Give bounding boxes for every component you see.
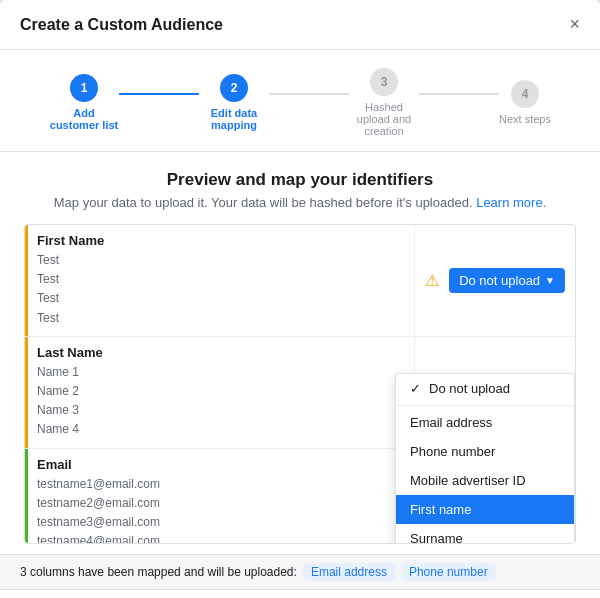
- data-cell-email: Email testname1@email.comtestname2@email…: [25, 449, 415, 545]
- step-3-circle: 3: [370, 68, 398, 96]
- content-area: Preview and map your identifiers Map you…: [0, 152, 600, 554]
- step-1: 1 Add customer list: [49, 74, 119, 131]
- modal-title: Create a Custom Audience: [20, 16, 223, 34]
- modal-header: Create a Custom Audience ×: [0, 0, 600, 50]
- modal-footer: Cancel Back Upload & Create: [0, 589, 600, 598]
- step-2-circle: 2: [220, 74, 248, 102]
- dropdown-item-phone[interactable]: Phone number: [396, 437, 574, 466]
- dropdown-item-do-not-upload[interactable]: Do not upload: [396, 374, 574, 403]
- preview-title: Preview and map your identifiers: [24, 170, 576, 190]
- step-1-circle: 1: [70, 74, 98, 102]
- steps-bar: 1 Add customer list 2 Edit data mapping …: [0, 50, 600, 152]
- table-row: First Name TestTestTestTest ⚠ Do not upl…: [25, 225, 575, 337]
- data-cell-lastname: Last Name Name 1Name 2Name 3Name 4: [25, 337, 415, 448]
- col-values-lastname: Name 1Name 2Name 3Name 4: [37, 363, 402, 440]
- dropdown-item-mobile-id[interactable]: Mobile advertiser ID: [396, 466, 574, 495]
- dropdown-item-surname[interactable]: Surname: [396, 524, 574, 544]
- data-table: First Name TestTestTestTest ⚠ Do not upl…: [24, 224, 576, 544]
- table-row: Last Name Name 1Name 2Name 3Name 4 ⚠ Do …: [25, 337, 575, 449]
- step-4-label: Next steps: [499, 113, 551, 125]
- dropdown-item-email[interactable]: Email address: [396, 408, 574, 437]
- dropdown-label: Do not upload: [459, 273, 540, 288]
- mapping-dropdown-firstname[interactable]: Do not upload ▼: [449, 268, 565, 293]
- data-cell-firstname: First Name TestTestTestTest: [25, 225, 415, 336]
- modal-container: Create a Custom Audience × 1 Add custome…: [0, 0, 600, 598]
- close-button[interactable]: ×: [569, 14, 580, 35]
- mapped-text: 3 columns have been mapped and will be u…: [20, 565, 297, 579]
- step-3: 3 Hashed upload and creation: [349, 68, 419, 137]
- badge-phone: Phone number: [401, 563, 496, 581]
- step-2: 2 Edit data mapping: [199, 74, 269, 131]
- step-3-label: Hashed upload and creation: [349, 101, 419, 137]
- col-header-firstname: First Name: [37, 233, 402, 248]
- dropdown-item-firstname[interactable]: First name: [396, 495, 574, 524]
- col-values-firstname: TestTestTestTest: [37, 251, 402, 328]
- col-header-email: Email: [37, 457, 402, 472]
- connector-2-3: [269, 93, 349, 95]
- col-values-email: testname1@email.comtestname2@email.comte…: [37, 475, 402, 545]
- mapped-columns-bar: 3 columns have been mapped and will be u…: [0, 554, 600, 589]
- connector-1-2: [119, 93, 199, 95]
- col-header-lastname: Last Name: [37, 345, 402, 360]
- preview-subtitle: Map your data to upload it. Your data wi…: [24, 195, 576, 210]
- step-4: 4 Next steps: [499, 80, 551, 125]
- connector-3-4: [419, 93, 499, 95]
- step-1-label: Add customer list: [49, 107, 119, 131]
- dropdown-menu: Do not upload Email address Phone number…: [395, 373, 575, 544]
- learn-more-link[interactable]: Learn more.: [476, 195, 546, 210]
- badge-email: Email address: [303, 563, 395, 581]
- step-4-circle: 4: [511, 80, 539, 108]
- step-2-label: Edit data mapping: [199, 107, 269, 131]
- mapping-cell-lastname: ⚠ Do not upload ▼ Do not upload Email ad…: [415, 337, 575, 448]
- dropdown-divider: [396, 405, 574, 406]
- mapping-cell-firstname: ⚠ Do not upload ▼: [415, 225, 575, 336]
- warning-icon: ⚠: [425, 271, 439, 290]
- dropdown-arrow: ▼: [545, 275, 555, 286]
